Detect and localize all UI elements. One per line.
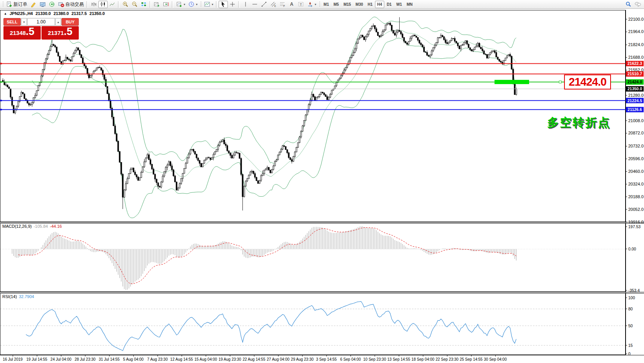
svg-text:22100.0: 22100.0 [628,17,644,22]
chart-shift-button[interactable] [161,1,171,8]
signals-button[interactable] [47,1,56,8]
candlestick-mode-button[interactable] [98,1,108,8]
chevron-down-icon: ▾ [196,3,198,6]
rsi-value: 32.7904 [19,294,34,299]
metaeditor-button[interactable] [29,1,38,8]
svg-text:21350.0: 21350.0 [627,86,642,91]
bar-chart-icon [91,1,97,7]
svg-text:5 Aug 04:00: 5 Aug 04:00 [123,357,144,361]
chart-area[interactable]: 22100.021964.021824.021688.021552.021280… [0,0,644,363]
line-chart-icon [109,1,115,7]
price-callout-label[interactable]: 21424.0 [564,75,611,90]
svg-text:E: E [274,5,276,7]
svg-text:21126.6: 21126.6 [627,107,642,112]
timeframe-w1-button[interactable]: W1 [394,1,404,8]
volume-input[interactable] [27,18,55,26]
chart-text-annotation[interactable]: 多空转折点 [547,115,611,131]
svg-text:12 Aug 14:55: 12 Aug 14:55 [170,357,193,361]
periods-button[interactable]: ▾ [187,1,199,8]
toolbar-grip [200,2,201,7]
chevron-down-icon: ▾ [315,3,316,6]
zoom-out-icon [131,1,138,7]
svg-text:6 Sep 04:00: 6 Sep 04:00 [340,357,361,361]
sell-price-panel[interactable]: 21348 .5 [3,26,41,40]
svg-text:-353.4: -353.4 [628,288,640,293]
timeframe-d1-button[interactable]: D1 [384,1,394,8]
sell-button[interactable]: SELL [3,18,21,26]
new-order-button[interactable]: 新订单 [5,1,29,8]
svg-text:22 Aug 14:55: 22 Aug 14:55 [243,357,266,361]
indicators-button[interactable]: ▾ [202,1,215,8]
toolbar: 新订单 自动交易 ▾ ▾ [0,0,644,9]
svg-text:21424.0: 21424.0 [627,80,642,84]
zoom-in-button[interactable] [121,1,130,8]
cursor-button[interactable] [219,1,228,8]
chart-canvas-svg[interactable]: 22100.021964.021824.021688.021552.021280… [0,0,644,363]
svg-text:21224.5: 21224.5 [627,98,642,103]
svg-text:A: A [290,2,294,7]
svg-text:24 Jul 04:00: 24 Jul 04:00 [50,357,71,361]
svg-text:20872.0: 20872.0 [628,131,644,135]
zoom-out-button[interactable] [130,1,139,8]
svg-text:0.00: 0.00 [628,247,636,251]
volume-increase-button[interactable]: ▲ [55,18,61,26]
shapes-button[interactable]: ▾ [305,1,318,8]
svg-text:21964.0: 21964.0 [628,29,644,34]
candlestick-chart-icon [100,1,106,7]
bar-chart-mode-button[interactable] [89,1,98,8]
svg-text:29 Aug 23:30: 29 Aug 23:30 [291,357,314,361]
line-chart-mode-button[interactable] [108,1,117,8]
fibonacci-icon: F [279,1,285,7]
svg-text:19916.0: 19916.0 [628,220,644,224]
toolbar-separator [216,1,217,8]
tile-windows-button[interactable] [139,1,148,8]
timeframe-m1-button[interactable]: M1 [321,1,331,8]
svg-text:21510.7: 21510.7 [627,71,642,76]
timeframe-mn-button[interactable]: MN [404,1,415,8]
autoscroll-icon [154,1,160,7]
market-watch-button[interactable] [38,1,47,8]
text-button[interactable]: A [287,1,296,8]
rsi-indicator-label: RSI(14) 32.7904 [2,294,34,299]
buy-button[interactable]: BUY [61,18,79,26]
collapse-arrow-icon: ▲ [4,12,7,15]
chat-icon [634,1,641,7]
timeframe-m5-button[interactable]: M5 [331,1,341,8]
crosshair-button[interactable] [228,1,237,8]
symbol-timeframe: JPN225-,H4 [10,11,33,16]
timeframe-m15-button[interactable]: M15 [341,1,353,8]
chevron-down-icon: ▾ [184,3,185,6]
svg-text:21688.0: 21688.0 [628,55,644,60]
new-chart-icon [176,1,182,7]
svg-text:20188.0: 20188.0 [628,194,644,199]
label-button[interactable]: T [296,1,305,8]
svg-text:30 Sep 04:00: 30 Sep 04:00 [484,357,507,361]
trendline-button[interactable] [259,1,269,8]
chat-button[interactable] [633,1,643,8]
svg-text:21280.0: 21280.0 [628,93,644,98]
macd-main-value: -105.84 [33,224,48,229]
search-button[interactable] [624,1,633,8]
timeframe-m30-button[interactable]: M30 [353,1,365,8]
trendline-icon [261,1,267,7]
vertical-line-button[interactable] [241,1,250,8]
svg-text:T: T [300,3,302,7]
new-chart-button[interactable]: ▾ [174,1,187,8]
timeframe-h1-button[interactable]: H1 [365,1,375,8]
volume-decrease-button[interactable]: ▼ [21,18,27,26]
autotrading-icon [58,1,64,7]
channel-button[interactable]: E [269,1,278,8]
timeframe-h4-button[interactable]: H4 [375,1,385,8]
fibonacci-button[interactable]: F [278,1,287,8]
autotrading-button[interactable]: 自动交易 [56,1,85,8]
toolbar-grip [2,2,3,7]
buy-price-main: 21371 [48,30,64,36]
horizontal-line-button[interactable] [250,1,259,8]
signals-icon [49,1,55,7]
buy-price-panel[interactable]: 21371 .5 [41,26,79,40]
chart-title[interactable]: ▲ JPN225-,H4 21330.0 21380.0 21317.5 213… [4,11,105,16]
svg-text:10 Sep 23:30: 10 Sep 23:30 [363,357,386,361]
autoscroll-button[interactable] [152,1,161,8]
svg-text:25 Sep 14:55: 25 Sep 14:55 [460,357,483,361]
ohlc-low: 21317.5 [71,11,87,16]
